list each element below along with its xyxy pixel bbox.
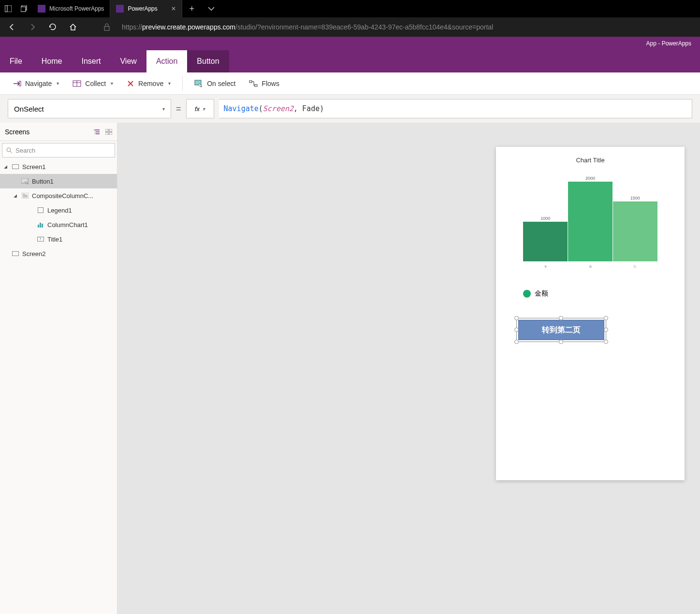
chevron-down-icon: ▾	[57, 81, 59, 86]
menu-action[interactable]: Action	[146, 50, 187, 72]
close-tab-icon[interactable]: ✕	[171, 5, 176, 12]
property-dropdown[interactable]: OnSelect ▾	[8, 99, 171, 118]
equals-sign: =	[176, 104, 181, 114]
browser-addressbar: https://preview.create.powerapps.com/stu…	[0, 17, 700, 37]
resize-handle[interactable]	[514, 340, 519, 344]
new-tab-button[interactable]: +	[182, 0, 202, 17]
tree-item-legend1[interactable]: Legend1	[0, 203, 117, 217]
tree-item-screen2[interactable]: Screen2	[0, 246, 117, 261]
formula-arg2: Fade	[302, 104, 320, 113]
favicon-icon	[116, 5, 124, 13]
resize-handle[interactable]	[559, 340, 563, 344]
x-tick-label: B	[588, 264, 592, 268]
menu-home[interactable]: Home	[32, 50, 72, 72]
legend-icon	[37, 207, 44, 214]
svg-rect-19	[22, 193, 29, 199]
bar: 2000 B	[568, 176, 613, 261]
collapse-icon[interactable]: ◢	[4, 164, 9, 169]
formula-input[interactable]: Navigate(Screen2, Fade)	[219, 99, 692, 118]
ribbon-collect[interactable]: Collect▾	[67, 72, 119, 94]
chart-legend: 金额	[523, 289, 677, 298]
screens-title: Screens	[5, 128, 29, 136]
browser-tab-active[interactable]: PowerApps ✕	[110, 0, 182, 17]
svg-rect-21	[26, 195, 27, 197]
resize-handle[interactable]	[604, 340, 608, 344]
forward-button	[23, 17, 42, 37]
property-value: OnSelect	[14, 105, 44, 113]
home-button[interactable]	[64, 17, 82, 37]
svg-rect-12	[105, 129, 108, 131]
ribbon-remove[interactable]: Remove▾	[121, 72, 176, 94]
tree-item-button1[interactable]: Button1	[0, 174, 117, 188]
bar: 1000 A	[523, 216, 568, 262]
tree-item-composite[interactable]: ◢ CompositeColumnC...	[0, 188, 117, 203]
tree-item-columnchart1[interactable]: ColumnChart1	[0, 217, 117, 232]
resize-handle[interactable]	[514, 316, 519, 320]
selected-button-control[interactable]: 转到第二页	[518, 320, 604, 340]
menu-file[interactable]: File	[0, 50, 32, 72]
thumbnail-view-icon[interactable]	[105, 129, 112, 135]
lock-icon[interactable]	[98, 17, 116, 37]
chevron-down-icon: ▾	[203, 106, 205, 112]
svg-rect-4	[104, 27, 109, 30]
menu-view[interactable]: View	[110, 50, 146, 72]
svg-rect-11	[255, 85, 257, 86]
formula-fn: Navigate	[224, 104, 259, 113]
url-host: preview.create.powerapps.com	[142, 23, 235, 31]
svg-line-17	[10, 151, 12, 153]
search-placeholder: Search	[15, 147, 35, 154]
svg-rect-14	[105, 132, 108, 135]
resize-handle[interactable]	[514, 328, 519, 332]
tab-overflow-icon[interactable]	[16, 0, 32, 17]
svg-rect-1	[5, 5, 7, 12]
app-title: App - PowerApps	[0, 37, 700, 50]
screen-tree: ◢ Screen1 Button1 ◢ CompositeColumnC... …	[0, 159, 117, 261]
x-tick-label: C	[633, 264, 637, 269]
ribbon-flows[interactable]: Flows	[243, 72, 285, 94]
phone-screen[interactable]: Chart Title 1000 A2000 B1500 C 金额 转到第二页	[496, 147, 685, 480]
tree-view-icon[interactable]	[94, 129, 101, 135]
url-field[interactable]: https://preview.create.powerapps.com/stu…	[122, 23, 493, 31]
bar-value-label: 2000	[585, 176, 595, 181]
browser-tab[interactable]: Microsoft PowerApps	[32, 0, 110, 17]
svg-rect-13	[109, 129, 112, 131]
column-chart[interactable]: 1000 A2000 B1500 C	[513, 173, 667, 270]
button-icon	[21, 178, 29, 185]
main-area: Screens Search ◢ Screen1 Button1 ◢	[0, 123, 700, 614]
collapse-icon[interactable]: ◢	[14, 193, 18, 198]
svg-rect-22	[38, 225, 39, 228]
svg-rect-5	[19, 81, 21, 86]
formula-arg1: Screen2	[263, 104, 293, 113]
svg-rect-0	[5, 5, 12, 12]
bar-value-label: 1000	[540, 216, 550, 221]
svg-rect-20	[23, 194, 25, 197]
tab-menu-button[interactable]	[202, 0, 221, 17]
back-button[interactable]	[3, 17, 21, 37]
svg-rect-24	[42, 224, 43, 228]
fx-button[interactable]: fx▾	[186, 99, 214, 118]
menu-button-context[interactable]: Button	[187, 50, 229, 72]
resize-handle[interactable]	[604, 328, 608, 332]
menu-insert[interactable]: Insert	[72, 50, 110, 72]
x-tick-label: A	[543, 264, 547, 268]
screen-icon	[12, 250, 19, 257]
svg-rect-15	[109, 132, 112, 135]
ribbon-onselect[interactable]: On select	[189, 72, 241, 94]
bar-rect	[568, 182, 612, 261]
refresh-button[interactable]	[44, 17, 62, 37]
bar-rect	[523, 222, 568, 262]
onselect-icon	[194, 80, 203, 87]
resize-handle[interactable]	[604, 316, 608, 320]
formula-bar: OnSelect ▾ = fx▾ Navigate(Screen2, Fade)	[0, 95, 700, 123]
resize-handle[interactable]	[559, 316, 563, 320]
sidebar-toggle-icon[interactable]	[0, 0, 16, 17]
ribbon-navigate[interactable]: Navigate▾	[7, 72, 65, 94]
columnchart-icon	[37, 221, 44, 228]
search-input[interactable]: Search	[2, 143, 115, 157]
browser-titlebar: Microsoft PowerApps PowerApps ✕ +	[0, 0, 700, 17]
tree-item-screen1[interactable]: ◢ Screen1	[0, 159, 117, 174]
tree-item-title1[interactable]: Title1	[0, 232, 117, 246]
canvas[interactable]: Chart Title 1000 A2000 B1500 C 金额 转到第二页	[117, 123, 700, 614]
tab-title: Microsoft PowerApps	[49, 5, 104, 12]
chevron-down-icon: ▾	[162, 106, 165, 112]
